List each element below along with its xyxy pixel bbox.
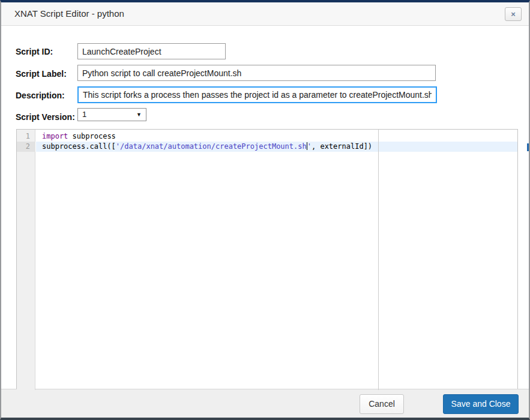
script-id-input[interactable]	[77, 43, 226, 59]
line-number: 1	[17, 131, 35, 142]
dialog-footer: Cancel Save and Close	[1, 389, 529, 418]
line-number: 2	[17, 142, 35, 152]
script-id-label: Script ID:	[16, 47, 53, 56]
code-token: '/data/xnat/automation/createProjectMoun…	[116, 142, 307, 151]
close-icon: ×	[511, 10, 516, 19]
close-button[interactable]: ×	[505, 7, 522, 21]
editor-gutter: 12	[17, 131, 35, 152]
script-version-select[interactable]: 1 ▼	[77, 108, 146, 121]
script-version-label: Script Version:	[16, 112, 75, 122]
cancel-button[interactable]: Cancel	[360, 394, 404, 414]
code-line: import subprocess	[36, 131, 517, 142]
script-label-label: Script Label:	[16, 69, 67, 79]
code-lines: import subprocesssubprocess.call(['/data…	[36, 131, 517, 152]
scrollbar-cursor-marker	[527, 143, 529, 151]
code-editor[interactable]: 12 import subprocesssubprocess.call(['/d…	[16, 129, 518, 391]
code-token: subprocess	[68, 132, 115, 140]
save-and-close-button[interactable]: Save and Close	[443, 394, 519, 414]
script-label-input[interactable]	[77, 65, 436, 81]
code-token: subprocess.call([	[42, 142, 116, 151]
code-token: , externalId])	[312, 142, 372, 151]
column-ruler	[378, 130, 379, 390]
dialog-title: XNAT Script Editor - python	[14, 2, 124, 25]
description-input[interactable]	[77, 86, 437, 103]
script-version-value: 1	[82, 110, 86, 119]
description-label: Description:	[16, 91, 65, 100]
code-token: '	[307, 142, 312, 151]
script-editor-dialog: XNAT Script Editor - python × Script ID:…	[0, 0, 530, 420]
editor-gutter-background	[17, 130, 35, 390]
code-line: subprocess.call(['/data/xnat/automation/…	[36, 142, 517, 152]
chevron-down-icon: ▼	[136, 109, 142, 121]
dialog-titlebar: XNAT Script Editor - python ×	[1, 2, 529, 26]
code-token: import	[42, 132, 68, 140]
